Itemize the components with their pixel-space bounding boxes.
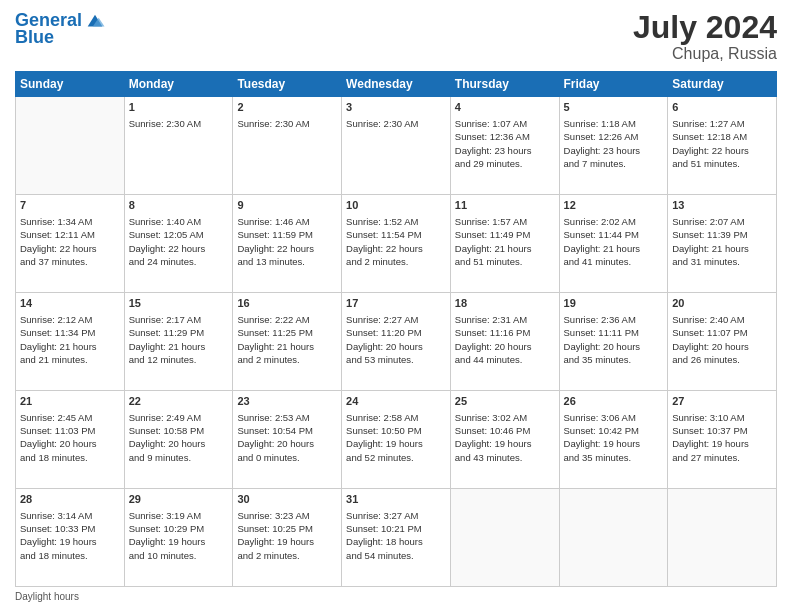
table-row (16, 97, 125, 195)
day-number: 5 (564, 100, 664, 115)
day-number: 11 (455, 198, 555, 213)
table-row: 18Sunrise: 2:31 AM Sunset: 11:16 PM Dayl… (450, 293, 559, 391)
table-row: 29Sunrise: 3:19 AM Sunset: 10:29 PM Dayl… (124, 489, 233, 587)
day-number: 23 (237, 394, 337, 409)
table-row: 24Sunrise: 2:58 AM Sunset: 10:50 PM Dayl… (342, 391, 451, 489)
table-row: 12Sunrise: 2:02 AM Sunset: 11:44 PM Dayl… (559, 195, 668, 293)
col-wednesday: Wednesday (342, 72, 451, 97)
day-number: 4 (455, 100, 555, 115)
day-number: 18 (455, 296, 555, 311)
table-row (450, 489, 559, 587)
day-info: Sunrise: 1:34 AM Sunset: 12:11 AM Daylig… (20, 215, 120, 268)
day-number: 19 (564, 296, 664, 311)
day-info: Sunrise: 3:19 AM Sunset: 10:29 PM Daylig… (129, 509, 229, 562)
day-info: Sunrise: 2:49 AM Sunset: 10:58 PM Daylig… (129, 411, 229, 464)
table-row: 4Sunrise: 1:07 AM Sunset: 12:36 AM Dayli… (450, 97, 559, 195)
subtitle: Chupa, Russia (633, 45, 777, 63)
calendar-week-row: 1Sunrise: 2:30 AM2Sunrise: 2:30 AM3Sunri… (16, 97, 777, 195)
table-row: 30Sunrise: 3:23 AM Sunset: 10:25 PM Dayl… (233, 489, 342, 587)
day-info: Sunrise: 1:07 AM Sunset: 12:36 AM Daylig… (455, 117, 555, 170)
table-row: 9Sunrise: 1:46 AM Sunset: 11:59 PM Dayli… (233, 195, 342, 293)
col-friday: Friday (559, 72, 668, 97)
day-number: 20 (672, 296, 772, 311)
day-info: Sunrise: 2:30 AM (129, 117, 229, 130)
col-monday: Monday (124, 72, 233, 97)
table-row: 15Sunrise: 2:17 AM Sunset: 11:29 PM Dayl… (124, 293, 233, 391)
day-number: 16 (237, 296, 337, 311)
calendar-week-row: 7Sunrise: 1:34 AM Sunset: 12:11 AM Dayli… (16, 195, 777, 293)
title-block: July 2024 Chupa, Russia (633, 10, 777, 63)
day-info: Sunrise: 1:40 AM Sunset: 12:05 AM Daylig… (129, 215, 229, 268)
logo: General Blue (15, 10, 106, 48)
day-info: Sunrise: 2:36 AM Sunset: 11:11 PM Daylig… (564, 313, 664, 366)
day-number: 12 (564, 198, 664, 213)
table-row: 28Sunrise: 3:14 AM Sunset: 10:33 PM Dayl… (16, 489, 125, 587)
day-number: 28 (20, 492, 120, 507)
table-row: 26Sunrise: 3:06 AM Sunset: 10:42 PM Dayl… (559, 391, 668, 489)
table-row: 19Sunrise: 2:36 AM Sunset: 11:11 PM Dayl… (559, 293, 668, 391)
day-number: 1 (129, 100, 229, 115)
day-number: 8 (129, 198, 229, 213)
table-row: 8Sunrise: 1:40 AM Sunset: 12:05 AM Dayli… (124, 195, 233, 293)
col-saturday: Saturday (668, 72, 777, 97)
day-number: 3 (346, 100, 446, 115)
day-info: Sunrise: 2:30 AM (346, 117, 446, 130)
day-info: Sunrise: 3:23 AM Sunset: 10:25 PM Daylig… (237, 509, 337, 562)
table-row: 10Sunrise: 1:52 AM Sunset: 11:54 PM Dayl… (342, 195, 451, 293)
day-info: Sunrise: 2:22 AM Sunset: 11:25 PM Daylig… (237, 313, 337, 366)
day-info: Sunrise: 3:27 AM Sunset: 10:21 PM Daylig… (346, 509, 446, 562)
table-row: 21Sunrise: 2:45 AM Sunset: 11:03 PM Dayl… (16, 391, 125, 489)
day-info: Sunrise: 2:17 AM Sunset: 11:29 PM Daylig… (129, 313, 229, 366)
day-number: 10 (346, 198, 446, 213)
header: General Blue July 2024 Chupa, Russia (15, 10, 777, 63)
day-info: Sunrise: 1:27 AM Sunset: 12:18 AM Daylig… (672, 117, 772, 170)
day-info: Sunrise: 2:31 AM Sunset: 11:16 PM Daylig… (455, 313, 555, 366)
day-number: 24 (346, 394, 446, 409)
day-number: 29 (129, 492, 229, 507)
footer-note: Daylight hours (15, 591, 777, 602)
table-row: 27Sunrise: 3:10 AM Sunset: 10:37 PM Dayl… (668, 391, 777, 489)
table-row: 7Sunrise: 1:34 AM Sunset: 12:11 AM Dayli… (16, 195, 125, 293)
day-info: Sunrise: 1:57 AM Sunset: 11:49 PM Daylig… (455, 215, 555, 268)
table-row: 17Sunrise: 2:27 AM Sunset: 11:20 PM Dayl… (342, 293, 451, 391)
table-row (668, 489, 777, 587)
table-row: 23Sunrise: 2:53 AM Sunset: 10:54 PM Dayl… (233, 391, 342, 489)
day-info: Sunrise: 2:30 AM (237, 117, 337, 130)
day-info: Sunrise: 1:52 AM Sunset: 11:54 PM Daylig… (346, 215, 446, 268)
day-info: Sunrise: 2:27 AM Sunset: 11:20 PM Daylig… (346, 313, 446, 366)
table-row: 31Sunrise: 3:27 AM Sunset: 10:21 PM Dayl… (342, 489, 451, 587)
day-number: 31 (346, 492, 446, 507)
table-row: 14Sunrise: 2:12 AM Sunset: 11:34 PM Dayl… (16, 293, 125, 391)
table-row: 22Sunrise: 2:49 AM Sunset: 10:58 PM Dayl… (124, 391, 233, 489)
logo-text-blue: Blue (15, 28, 54, 48)
calendar-table: Sunday Monday Tuesday Wednesday Thursday… (15, 71, 777, 587)
daylight-label: Daylight hours (15, 591, 79, 602)
day-number: 21 (20, 394, 120, 409)
day-number: 9 (237, 198, 337, 213)
calendar-header-row: Sunday Monday Tuesday Wednesday Thursday… (16, 72, 777, 97)
day-info: Sunrise: 2:58 AM Sunset: 10:50 PM Daylig… (346, 411, 446, 464)
table-row: 11Sunrise: 1:57 AM Sunset: 11:49 PM Dayl… (450, 195, 559, 293)
day-number: 30 (237, 492, 337, 507)
day-number: 17 (346, 296, 446, 311)
day-number: 22 (129, 394, 229, 409)
day-number: 2 (237, 100, 337, 115)
day-number: 7 (20, 198, 120, 213)
col-thursday: Thursday (450, 72, 559, 97)
page: General Blue July 2024 Chupa, Russia Sun… (0, 0, 792, 612)
day-info: Sunrise: 2:40 AM Sunset: 11:07 PM Daylig… (672, 313, 772, 366)
day-info: Sunrise: 1:18 AM Sunset: 12:26 AM Daylig… (564, 117, 664, 170)
table-row: 6Sunrise: 1:27 AM Sunset: 12:18 AM Dayli… (668, 97, 777, 195)
table-row: 2Sunrise: 2:30 AM (233, 97, 342, 195)
calendar-week-row: 21Sunrise: 2:45 AM Sunset: 11:03 PM Dayl… (16, 391, 777, 489)
table-row: 25Sunrise: 3:02 AM Sunset: 10:46 PM Dayl… (450, 391, 559, 489)
day-number: 6 (672, 100, 772, 115)
day-number: 26 (564, 394, 664, 409)
table-row: 5Sunrise: 1:18 AM Sunset: 12:26 AM Dayli… (559, 97, 668, 195)
day-number: 15 (129, 296, 229, 311)
calendar-week-row: 14Sunrise: 2:12 AM Sunset: 11:34 PM Dayl… (16, 293, 777, 391)
table-row: 3Sunrise: 2:30 AM (342, 97, 451, 195)
table-row: 16Sunrise: 2:22 AM Sunset: 11:25 PM Dayl… (233, 293, 342, 391)
calendar-week-row: 28Sunrise: 3:14 AM Sunset: 10:33 PM Dayl… (16, 489, 777, 587)
table-row: 20Sunrise: 2:40 AM Sunset: 11:07 PM Dayl… (668, 293, 777, 391)
